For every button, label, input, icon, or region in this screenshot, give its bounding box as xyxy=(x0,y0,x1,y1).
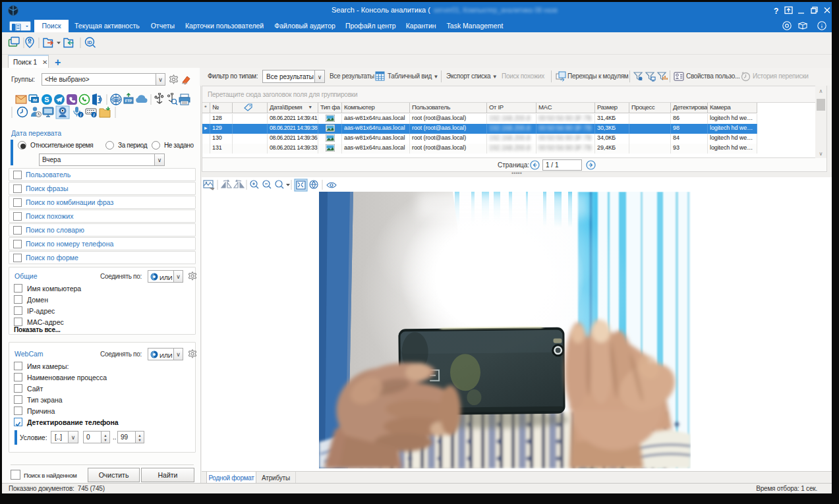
svg-text:?: ? xyxy=(774,7,778,16)
svg-text:S: S xyxy=(44,96,49,103)
svg-text:IM: IM xyxy=(33,98,38,102)
svg-text:i: i xyxy=(94,113,95,117)
svg-text:FTP: FTP xyxy=(125,99,132,103)
svg-text:HTTP: HTTP xyxy=(112,98,120,101)
svg-text:i: i xyxy=(80,113,82,117)
svg-text:ID: ID xyxy=(88,40,92,45)
